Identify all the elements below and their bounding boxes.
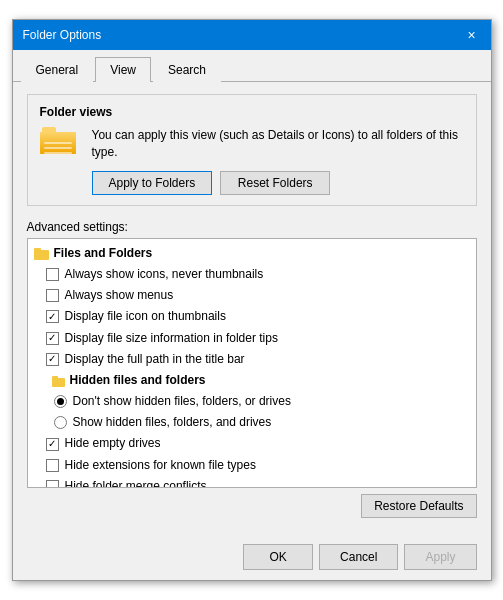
- folder-views-section: Folder views: [27, 94, 477, 206]
- label-always-show-menus: Always show menus: [65, 286, 174, 305]
- tab-view[interactable]: View: [95, 57, 151, 82]
- checkbox-always-show-icons[interactable]: [46, 268, 59, 281]
- folder-options-dialog: Folder Options × General View Search Fol…: [12, 19, 492, 581]
- radio-show-hidden[interactable]: [54, 416, 67, 429]
- reset-folders-button[interactable]: Reset Folders: [220, 171, 330, 195]
- list-item-always-show-icons[interactable]: Always show icons, never thumbnails: [28, 264, 476, 285]
- folder-icon-container: [40, 127, 82, 160]
- label-hide-extensions: Hide extensions for known file types: [65, 456, 256, 475]
- dialog-title: Folder Options: [23, 28, 102, 42]
- checkbox-hide-merge-conflicts[interactable]: [46, 480, 59, 488]
- folder-views-content: You can apply this view (such as Details…: [92, 127, 464, 195]
- tab-general[interactable]: General: [21, 57, 94, 82]
- label-file-icon-thumbnails: Display file icon on thumbnails: [65, 307, 226, 326]
- tab-bar: General View Search: [13, 50, 491, 82]
- advanced-settings-label: Advanced settings:: [27, 220, 477, 234]
- category-files-and-folders: Files and Folders: [28, 243, 476, 264]
- folder-body: [40, 132, 76, 154]
- folder-line-1: [44, 142, 72, 144]
- checkbox-file-icon-thumbnails[interactable]: [46, 310, 59, 323]
- folder-views-inner: You can apply this view (such as Details…: [40, 127, 464, 195]
- checkbox-full-path[interactable]: [46, 353, 59, 366]
- list-item-always-show-menus[interactable]: Always show menus: [28, 285, 476, 306]
- svg-rect-1: [34, 248, 41, 252]
- apply-to-folders-button[interactable]: Apply to Folders: [92, 171, 213, 195]
- apply-button[interactable]: Apply: [404, 544, 476, 570]
- radio-dont-show-hidden[interactable]: [54, 395, 67, 408]
- label-always-show-icons: Always show icons, never thumbnails: [65, 265, 264, 284]
- list-item-hide-merge-conflicts[interactable]: Hide folder merge conflicts: [28, 476, 476, 488]
- list-item-file-icon-thumbnails[interactable]: Display file icon on thumbnails: [28, 306, 476, 327]
- list-item-hide-empty-drives[interactable]: Hide empty drives: [28, 433, 476, 454]
- close-button[interactable]: ×: [463, 26, 481, 44]
- label-hide-merge-conflicts: Hide folder merge conflicts: [65, 477, 207, 488]
- checkbox-file-size-info[interactable]: [46, 332, 59, 345]
- title-bar: Folder Options ×: [13, 20, 491, 50]
- folder-icon: [40, 127, 78, 157]
- label-hide-empty-drives: Hide empty drives: [65, 434, 161, 453]
- list-item-full-path[interactable]: Display the full path in the title bar: [28, 349, 476, 370]
- checkbox-always-show-menus[interactable]: [46, 289, 59, 302]
- checkbox-hide-extensions[interactable]: [46, 459, 59, 472]
- svg-rect-3: [52, 376, 58, 380]
- subcategory-hidden-files: Hidden files and folders: [28, 370, 476, 391]
- ok-button[interactable]: OK: [243, 544, 313, 570]
- folder-line-2: [44, 147, 72, 149]
- label-dont-show-hidden: Don't show hidden files, folders, or dri…: [73, 392, 291, 411]
- folder-view-buttons: Apply to Folders Reset Folders: [92, 171, 464, 195]
- label-full-path: Display the full path in the title bar: [65, 350, 245, 369]
- hidden-files-icon: [52, 374, 66, 388]
- list-item-show-hidden[interactable]: Show hidden files, folders, and drives: [28, 412, 476, 433]
- folder-views-description: You can apply this view (such as Details…: [92, 127, 464, 161]
- list-item-dont-show-hidden[interactable]: Don't show hidden files, folders, or dri…: [28, 391, 476, 412]
- category-files-folders-label: Files and Folders: [54, 244, 153, 263]
- tab-search[interactable]: Search: [153, 57, 221, 82]
- settings-list[interactable]: Files and Folders Always show icons, nev…: [27, 238, 477, 488]
- folder-lines: [44, 142, 72, 157]
- folder-line-3: [44, 152, 72, 154]
- label-show-hidden: Show hidden files, folders, and drives: [73, 413, 272, 432]
- cancel-button[interactable]: Cancel: [319, 544, 398, 570]
- list-item-hide-extensions[interactable]: Hide extensions for known file types: [28, 455, 476, 476]
- folder-views-label: Folder views: [40, 105, 464, 119]
- restore-defaults-row: Restore Defaults: [27, 488, 477, 524]
- dialog-content: Folder views: [13, 82, 491, 536]
- restore-defaults-button[interactable]: Restore Defaults: [361, 494, 476, 518]
- bottom-button-row: OK Cancel Apply: [13, 536, 491, 580]
- list-item-file-size-info[interactable]: Display file size information in folder …: [28, 328, 476, 349]
- files-folders-icon: [34, 245, 50, 261]
- label-file-size-info: Display file size information in folder …: [65, 329, 278, 348]
- subcategory-hidden-files-label: Hidden files and folders: [70, 371, 206, 390]
- checkbox-hide-empty-drives[interactable]: [46, 438, 59, 451]
